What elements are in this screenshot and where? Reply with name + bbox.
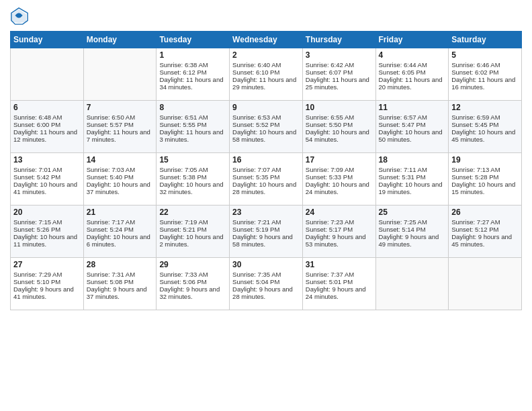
weekday-header-wednesday: Wednesday [230,32,303,48]
day-number: 7 [87,103,154,112]
calendar-cell: 5Sunrise: 6:46 AMSunset: 6:02 PMDaylight… [449,48,522,101]
week-row-5: 27Sunrise: 7:29 AMSunset: 5:10 PMDayligh… [11,258,522,310]
day-number: 9 [232,103,300,112]
weekday-header-row: SundayMondayTuesdayWednesdayThursdayFrid… [11,32,522,48]
sunset-text: Sunset: 5:10 PM [13,278,60,285]
sunset-text: Sunset: 5:28 PM [451,173,498,181]
week-row-3: 13Sunrise: 7:01 AMSunset: 5:42 PMDayligh… [11,153,522,205]
calendar-cell: 24Sunrise: 7:23 AMSunset: 5:17 PMDayligh… [302,205,375,258]
sunrise-text: Sunrise: 7:37 AM [306,271,354,278]
sunrise-text: Sunrise: 7:05 AM [159,166,208,173]
day-number: 31 [306,260,373,269]
daylight-text: Daylight: 10 hours and 24 minutes. [306,181,369,195]
sunrise-text: Sunrise: 7:21 AM [232,218,281,226]
day-number: 5 [451,50,519,60]
day-number: 2 [232,50,300,60]
calendar-cell: 27Sunrise: 7:29 AMSunset: 5:10 PMDayligh… [11,258,84,310]
daylight-text: Daylight: 9 hours and 28 minutes. [232,285,293,300]
calendar: SundayMondayTuesdayWednesdayThursdayFrid… [10,31,522,310]
sunset-text: Sunset: 5:24 PM [87,226,134,233]
calendar-cell: 25Sunrise: 7:25 AMSunset: 5:14 PMDayligh… [375,205,449,258]
calendar-cell: 17Sunrise: 7:09 AMSunset: 5:33 PMDayligh… [302,153,375,205]
sunrise-text: Sunrise: 6:38 AM [159,61,208,68]
day-number: 12 [451,103,519,112]
calendar-cell: 2Sunrise: 6:40 AMSunset: 6:10 PMDaylight… [230,48,303,101]
daylight-text: Daylight: 11 hours and 12 minutes. [13,128,77,143]
sunrise-text: Sunrise: 7:33 AM [159,271,208,278]
sunrise-text: Sunrise: 7:15 AM [13,218,62,226]
sunrise-text: Sunrise: 7:19 AM [159,218,208,226]
sunrise-text: Sunrise: 7:23 AM [306,218,354,226]
day-number: 26 [451,208,519,217]
calendar-cell: 13Sunrise: 7:01 AMSunset: 5:42 PMDayligh… [11,153,84,205]
sunrise-text: Sunrise: 6:59 AM [451,113,500,121]
sunset-text: Sunset: 6:05 PM [379,68,426,76]
daylight-text: Daylight: 10 hours and 54 minutes. [306,128,369,143]
day-number: 6 [13,103,81,112]
calendar-cell: 10Sunrise: 6:55 AMSunset: 5:50 PMDayligh… [302,101,375,153]
daylight-text: Daylight: 11 hours and 16 minutes. [451,76,515,91]
calendar-cell: 15Sunrise: 7:05 AMSunset: 5:38 PMDayligh… [157,153,230,205]
calendar-cell [449,258,522,310]
daylight-text: Daylight: 10 hours and 19 minutes. [379,181,443,195]
day-number: 3 [306,50,373,60]
sunset-text: Sunset: 5:52 PM [232,121,279,128]
sunrise-text: Sunrise: 6:40 AM [232,61,281,68]
daylight-text: Daylight: 9 hours and 45 minutes. [451,233,512,248]
sunset-text: Sunset: 6:07 PM [306,68,353,76]
calendar-cell: 16Sunrise: 7:07 AMSunset: 5:35 PMDayligh… [230,153,303,205]
daylight-text: Daylight: 10 hours and 28 minutes. [232,181,296,195]
sunset-text: Sunset: 5:04 PM [232,278,279,285]
calendar-cell: 30Sunrise: 7:35 AMSunset: 5:04 PMDayligh… [230,258,303,310]
sunrise-text: Sunrise: 7:03 AM [87,166,135,173]
sunset-text: Sunset: 5:38 PM [159,173,206,181]
sunset-text: Sunset: 5:55 PM [159,121,206,128]
sunset-text: Sunset: 6:10 PM [232,68,279,76]
sunrise-text: Sunrise: 7:35 AM [232,271,281,278]
daylight-text: Daylight: 11 hours and 29 minutes. [232,76,296,91]
sunrise-text: Sunrise: 7:11 AM [379,166,427,173]
sunrise-text: Sunrise: 7:25 AM [379,218,427,226]
calendar-cell: 1Sunrise: 6:38 AMSunset: 6:12 PMDaylight… [157,48,230,101]
daylight-text: Daylight: 10 hours and 41 minutes. [13,181,77,195]
calendar-cell: 11Sunrise: 6:57 AMSunset: 5:47 PMDayligh… [375,101,449,153]
sunrise-text: Sunrise: 7:27 AM [451,218,500,226]
sunset-text: Sunset: 5:14 PM [379,226,426,233]
calendar-cell: 6Sunrise: 6:48 AMSunset: 6:00 PMDaylight… [11,101,84,153]
week-row-2: 6Sunrise: 6:48 AMSunset: 6:00 PMDaylight… [11,101,522,153]
sunset-text: Sunset: 5:33 PM [306,173,353,181]
sunrise-text: Sunrise: 6:53 AM [232,113,281,121]
calendar-cell: 14Sunrise: 7:03 AMSunset: 5:40 PMDayligh… [83,153,157,205]
sunrise-text: Sunrise: 7:29 AM [13,271,62,278]
day-number: 27 [13,260,81,269]
daylight-text: Daylight: 10 hours and 11 minutes. [13,233,77,248]
daylight-text: Daylight: 10 hours and 58 minutes. [232,128,296,143]
daylight-text: Daylight: 9 hours and 32 minutes. [159,285,220,300]
day-number: 28 [87,260,154,269]
sunset-text: Sunset: 5:19 PM [232,226,279,233]
sunrise-text: Sunrise: 6:55 AM [306,113,354,121]
sunrise-text: Sunrise: 7:17 AM [87,218,135,226]
daylight-text: Daylight: 10 hours and 6 minutes. [87,233,150,248]
logo [10,7,32,26]
calendar-cell [83,48,157,101]
daylight-text: Daylight: 11 hours and 34 minutes. [159,76,223,91]
daylight-text: Daylight: 9 hours and 49 minutes. [379,233,439,248]
sunrise-text: Sunrise: 7:07 AM [232,166,281,173]
sunset-text: Sunset: 5:17 PM [306,226,353,233]
sunset-text: Sunset: 5:57 PM [87,121,134,128]
sunrise-text: Sunrise: 7:13 AM [451,166,500,173]
sunrise-text: Sunrise: 6:42 AM [306,61,354,68]
weekday-header-friday: Friday [375,32,449,48]
day-number: 8 [159,103,226,112]
sunset-text: Sunset: 5:50 PM [306,121,353,128]
day-number: 19 [451,155,519,165]
day-number: 25 [379,208,446,217]
daylight-text: Daylight: 9 hours and 58 minutes. [232,233,293,248]
header [10,7,522,26]
calendar-cell: 12Sunrise: 6:59 AMSunset: 5:45 PMDayligh… [449,101,522,153]
calendar-cell: 3Sunrise: 6:42 AMSunset: 6:07 PMDaylight… [302,48,375,101]
sunset-text: Sunset: 5:35 PM [232,173,279,181]
calendar-cell: 18Sunrise: 7:11 AMSunset: 5:31 PMDayligh… [375,153,449,205]
day-number: 21 [87,208,154,217]
